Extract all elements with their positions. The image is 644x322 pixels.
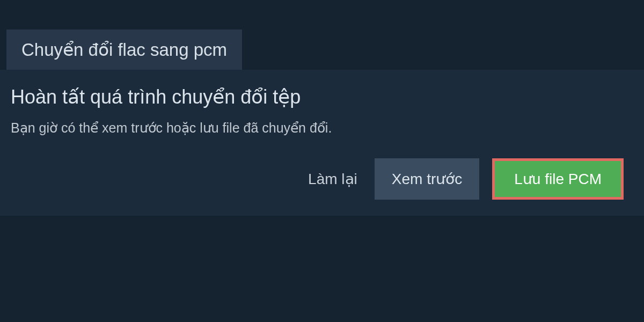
save-button[interactable]: Lưu file PCM [492, 158, 624, 200]
completion-description: Bạn giờ có thể xem trước hoặc lưu file đ… [11, 120, 633, 136]
button-row: Làm lại Xem trước Lưu file PCM [11, 158, 633, 200]
tab-title: Chuyển đổi flac sang pcm [21, 40, 227, 60]
tab-header: Chuyển đổi flac sang pcm [6, 30, 242, 70]
dialog-container: Chuyển đổi flac sang pcm Hoàn tất quá tr… [0, 0, 644, 216]
completion-heading: Hoàn tất quá trình chuyển đổi tệp [11, 86, 633, 108]
redo-button[interactable]: Làm lại [304, 170, 362, 188]
content-panel: Hoàn tất quá trình chuyển đổi tệp Bạn gi… [0, 70, 644, 216]
preview-button[interactable]: Xem trước [375, 158, 479, 200]
